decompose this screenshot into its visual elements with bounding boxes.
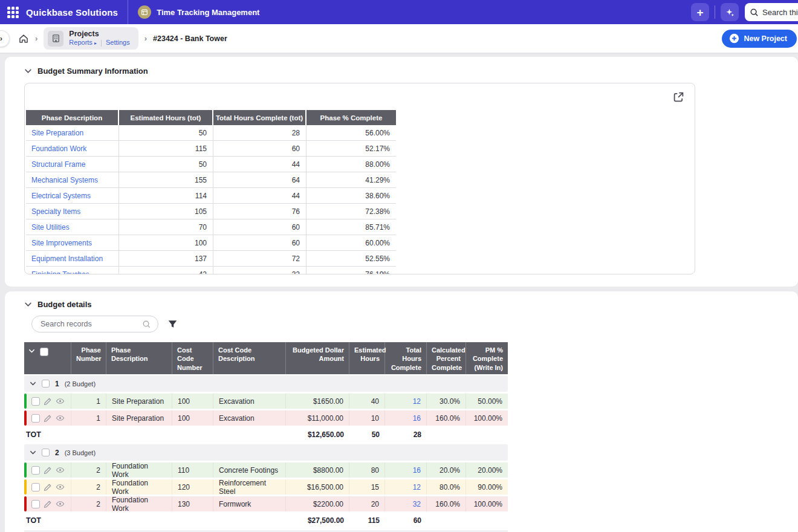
open-in-new-icon[interactable]: [673, 91, 684, 103]
app-search-box[interactable]: [745, 3, 798, 21]
apps-grid-icon[interactable]: [7, 7, 19, 18]
view-icon[interactable]: [56, 499, 65, 508]
summary-report-card: Phase DescriptionEstimated Hours (tot)To…: [24, 83, 695, 274]
chevron-down-icon[interactable]: [28, 348, 35, 354]
budget-cell: 20.00%: [466, 462, 508, 478]
summary-table-row: Electrical Systems1144438.60%: [26, 188, 396, 204]
app-tab[interactable]: Time Tracking Management: [128, 0, 269, 24]
budget-cell: 2: [71, 462, 106, 478]
summary-table-row: Foundation Work1156052.17%: [26, 141, 396, 157]
row-controls: [24, 410, 71, 426]
edit-icon[interactable]: [44, 500, 52, 508]
budget-cell: $16,500.00: [286, 479, 349, 495]
edit-icon[interactable]: [44, 414, 52, 423]
budget-cell: 20.0%: [427, 462, 466, 478]
budget-cell: Formwork: [213, 496, 286, 511]
chevron-right-icon: ›: [35, 34, 37, 43]
projects-settings-link[interactable]: Settings: [106, 39, 130, 47]
edit-icon[interactable]: [44, 466, 52, 475]
view-icon[interactable]: [56, 397, 65, 406]
summary-cell: 38.60%: [307, 188, 396, 203]
phase-link[interactable]: Site Utilities: [26, 219, 119, 235]
edit-icon[interactable]: [44, 397, 52, 406]
breadcrumb-record[interactable]: #23424 - Bank Tower: [153, 34, 227, 43]
details-column-header[interactable]: Cost Code Description: [213, 342, 286, 374]
search-icon: [142, 320, 151, 329]
summary-table-row: Site Utilities706085.71%: [26, 219, 396, 235]
view-icon[interactable]: [56, 465, 65, 475]
row-checkbox[interactable]: [31, 414, 40, 423]
total-hours-link[interactable]: 32: [385, 496, 427, 511]
total-hours-link[interactable]: 16: [385, 410, 427, 426]
select-all-checkbox[interactable]: [40, 348, 48, 356]
group-header-row: 1(2 Budget): [24, 375, 508, 392]
phase-link[interactable]: Electrical Systems: [26, 188, 119, 203]
app-icon: [138, 5, 151, 19]
phase-link[interactable]: Site Preparation: [26, 125, 119, 140]
row-checkbox[interactable]: [42, 449, 50, 456]
summary-column-header[interactable]: Estimated Hours (tot): [119, 110, 213, 125]
summary-table-row: Site Preparation502856.00%: [26, 125, 396, 141]
filter-icon[interactable]: [167, 319, 178, 329]
projects-reports-link[interactable]: Reports ▸: [69, 39, 97, 47]
phase-link[interactable]: Structural Frame: [26, 157, 119, 172]
group-number: 2: [55, 449, 59, 457]
budget-row: 1Site Preparation100Excavation$11,000.00…: [24, 410, 508, 426]
summary-table-row: Specialty Items1057672.38%: [26, 204, 396, 219]
budget-cell: Foundation Work: [106, 462, 172, 478]
details-column-header[interactable]: Budgeted Dollar Amount: [286, 342, 349, 374]
summary-column-header[interactable]: Phase % Complete: [307, 110, 396, 125]
row-checkbox[interactable]: [31, 500, 40, 508]
chevron-down-icon[interactable]: [30, 380, 36, 387]
home-icon[interactable]: [18, 33, 29, 44]
summary-column-header[interactable]: Total Hours Complete (tot): [213, 110, 307, 125]
details-column-header[interactable]: PM % Complete (Write In): [466, 342, 508, 374]
collapse-summary-chevron-icon[interactable]: [24, 67, 32, 75]
phase-link[interactable]: Site Improvements: [26, 235, 119, 250]
collapse-details-chevron-icon[interactable]: [24, 300, 32, 308]
details-column-header[interactable]: Phase Number: [71, 342, 106, 374]
total-hours-link[interactable]: 12: [385, 479, 427, 495]
summary-column-header[interactable]: Phase Description: [26, 110, 119, 125]
details-column-header[interactable]: Phase Description: [106, 342, 172, 374]
row-checkbox[interactable]: [31, 466, 40, 475]
budget-row: 1Site Preparation100Excavation$1650.0040…: [24, 394, 508, 409]
row-checkbox[interactable]: [42, 380, 50, 388]
record-search-box[interactable]: [31, 316, 158, 332]
total-estimated-hours: 50: [349, 430, 385, 439]
total-hours-link[interactable]: 16: [385, 462, 427, 478]
app-search-input[interactable]: [762, 8, 798, 17]
phase-link[interactable]: Mechanical Systems: [26, 172, 119, 187]
breadcrumb-projects-chip[interactable]: Projects Reports ▸ Settings: [44, 27, 138, 50]
new-project-button[interactable]: New Project: [722, 30, 797, 48]
phase-link[interactable]: Equipment Installation: [26, 251, 119, 266]
details-column-header[interactable]: Total Hours Complete: [385, 342, 427, 374]
record-search-input[interactable]: [41, 320, 142, 328]
budget-cell: Reinforcement Steel: [213, 479, 286, 495]
details-column-header[interactable]: Estimated Hours: [349, 342, 385, 374]
phase-link[interactable]: Foundation Work: [26, 141, 119, 156]
total-hours-link[interactable]: 12: [385, 394, 427, 409]
budget-cell: $11,000.00: [286, 410, 349, 426]
row-controls: [24, 394, 71, 409]
budget-cell: 80: [349, 462, 385, 478]
details-column-header[interactable]: Cost Code Number: [172, 342, 213, 374]
row-controls: [24, 496, 71, 511]
phase-link[interactable]: Specialty Items: [26, 204, 119, 219]
expand-sidebar-button[interactable]: ›: [0, 30, 10, 47]
row-checkbox[interactable]: [31, 397, 40, 406]
phase-link[interactable]: Finishing Touches: [26, 267, 119, 274]
details-column-header[interactable]: Calculated Percent Complete: [427, 342, 466, 374]
view-icon[interactable]: [56, 482, 65, 491]
chevron-down-icon[interactable]: [30, 449, 36, 456]
caret-right-icon: ▸: [94, 41, 97, 46]
ai-sparkle-button[interactable]: [721, 3, 739, 21]
global-add-button[interactable]: +: [691, 3, 709, 21]
budget-cell: 80.0%: [427, 479, 466, 495]
total-label: TOT: [24, 516, 286, 525]
budget-cell: 50.00%: [466, 394, 508, 409]
chevron-right-icon: ›: [144, 34, 147, 43]
view-icon[interactable]: [56, 414, 65, 423]
row-checkbox[interactable]: [31, 483, 40, 491]
edit-icon[interactable]: [44, 483, 52, 491]
